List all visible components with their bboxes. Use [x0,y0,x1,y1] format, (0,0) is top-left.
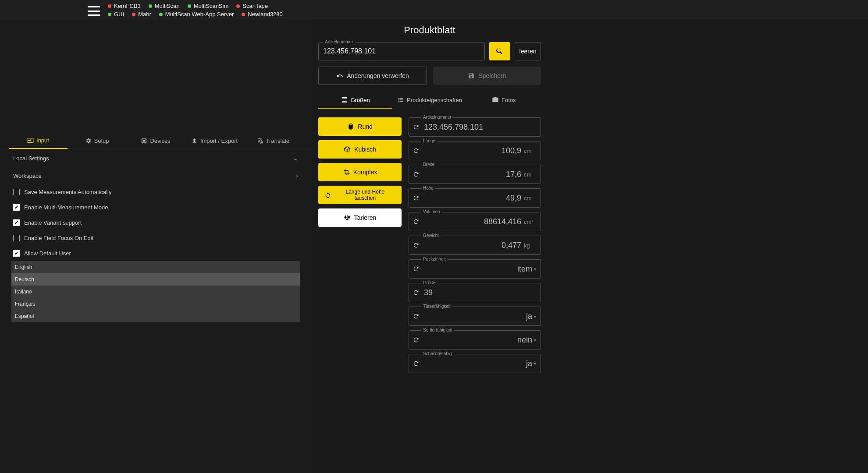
chevron-down-icon[interactable]: ▾ [534,361,536,366]
clear-button[interactable]: leeren [515,42,541,60]
refresh-icon[interactable] [413,194,420,201]
status-label: MultiScan Web-App Server [165,11,234,18]
tab-properties[interactable]: Produkteigenschaften [392,92,466,109]
checkbox-variant[interactable] [13,219,20,226]
field-artno[interactable]: Artikelnummer123.456.798.101 [409,117,541,137]
tab-label: Setup [94,138,109,144]
checkbox-label: Save Measurements Automatically [24,189,111,195]
status-item: KernFCB3 [108,3,141,9]
button-label: Änderungen verwerfen [347,72,409,79]
field-size[interactable]: Größe39 [409,283,541,302]
tab-label: Import / Export [200,138,238,144]
chevron-down-icon[interactable]: ▾ [534,314,536,319]
save-button[interactable]: Speichern [433,67,541,85]
shape-round-button[interactable]: Rund [318,117,402,136]
field-value: 17,6 [424,170,521,179]
checkbox-field_focus[interactable] [13,235,20,241]
tab-devices[interactable]: Devices [126,133,185,149]
article-field[interactable]: Artikelnummer [318,42,485,60]
checkbox-save_auto[interactable] [13,189,20,195]
refresh-icon[interactable] [413,313,420,320]
tab-label: Produkteigenschaften [407,97,462,103]
status-label: Newland3280 [248,11,283,18]
field-label: Höhe [421,186,435,191]
status-item: Mahr [132,11,151,18]
field-volume[interactable]: Volumen88614,416cm³ [409,212,541,231]
shape-cubic-button[interactable]: Kubisch [318,140,402,159]
field-width[interactable]: Breite17,6cm [409,165,541,184]
refresh-icon[interactable] [413,289,420,296]
tab-label: Translate [266,138,290,144]
status-dot-icon [242,13,245,16]
status-item: Newland3280 [242,11,283,18]
refresh-icon[interactable] [413,242,420,249]
article-input[interactable] [323,47,480,55]
chip-icon [141,138,147,144]
tare-button[interactable]: Tarieren [318,208,402,227]
checkbox-row-allow_default: Allow Default User [9,246,302,261]
refresh-icon[interactable] [413,147,420,154]
field-label: Schachtelfähig [421,351,454,356]
checkbox-multi_meas[interactable] [13,204,20,211]
field-bag[interactable]: Tütenfähigkeitja▾ [409,307,541,326]
refresh-icon[interactable] [413,171,420,178]
search-button[interactable] [489,42,510,60]
refresh-icon[interactable] [413,124,420,131]
field-box[interactable]: Schachtelfähigja▾ [409,354,541,373]
checkbox-label: Enable Multi-Measurement Mode [24,204,108,211]
refresh-icon[interactable] [413,360,420,367]
tab-input[interactable]: Input [9,133,68,149]
field-pack[interactable]: Packeinheititem▾ [409,259,541,279]
field-value: item [424,265,532,274]
status-item: MultiScanSim [188,3,228,9]
field-height[interactable]: Höhe49,9cm [409,188,541,208]
language-option[interactable]: English [11,261,300,273]
tab-import-export[interactable]: Import / Export [185,133,244,149]
status-label: GUI [114,11,124,18]
checkbox-allow_default[interactable] [13,250,20,257]
status-label: MultiScan [155,3,180,9]
status-dot-icon [159,13,163,16]
field-value: 123.456.798.101 [424,123,536,132]
tab-translate[interactable]: Translate [244,133,302,149]
language-option[interactable]: Italiano [11,286,300,298]
tab-setup[interactable]: Setup [68,133,126,149]
field-value: ja [424,312,532,321]
ruler-icon [341,96,348,103]
language-option[interactable]: Deutsch [11,273,300,286]
field-label: Sortierfähigkeit [421,328,454,332]
chevron-down-icon[interactable]: ▾ [534,338,536,342]
chevron-right-icon: › [296,172,298,179]
checkbox-row-variant: Enable Variant support [9,215,302,230]
left-tabs: Input Setup Devices Import / Export Tran… [0,133,311,149]
chevron-down-icon[interactable]: ▾ [534,267,536,272]
field-sort[interactable]: Sortierfähigkeitnein▾ [409,330,541,349]
language-option[interactable]: Français [11,298,300,310]
tab-photos[interactable]: Fotos [467,92,541,109]
field-weight[interactable]: Gewicht0,477kg [409,236,541,255]
button-label: Tarieren [354,214,377,221]
status-dot-icon [149,4,152,8]
discard-button[interactable]: Änderungen verwerfen [318,67,427,85]
swap-button[interactable]: Länge und Höhe tauschen [318,186,402,204]
menu-icon[interactable] [88,6,100,16]
field-label: Größe [421,280,437,285]
checkbox-row-field_focus: Enable Field Focus On Edit [9,230,302,246]
refresh-icon[interactable] [413,218,420,225]
refresh-icon[interactable] [413,336,420,343]
field-value: 100,9 [424,146,521,155]
refresh-icon[interactable] [413,265,420,272]
expander-local-settings[interactable]: Local Settings ⌄ [9,149,302,167]
tab-sizes[interactable]: Größen [318,92,392,109]
expander-label: Local Settings [13,155,49,162]
language-option[interactable]: Español [11,310,300,322]
shape-complex-button[interactable]: Komplex [318,163,402,181]
cube-icon [344,146,351,153]
checkbox-label: Enable Variant support [24,219,82,226]
status-item: MultiScan Web-App Server [159,11,234,18]
save-icon [468,72,475,79]
expander-workspace[interactable]: Workspace › [9,167,302,184]
import-icon [191,138,198,144]
field-length[interactable]: Länge100,9cm [409,141,541,160]
button-label: Kubisch [354,146,376,153]
